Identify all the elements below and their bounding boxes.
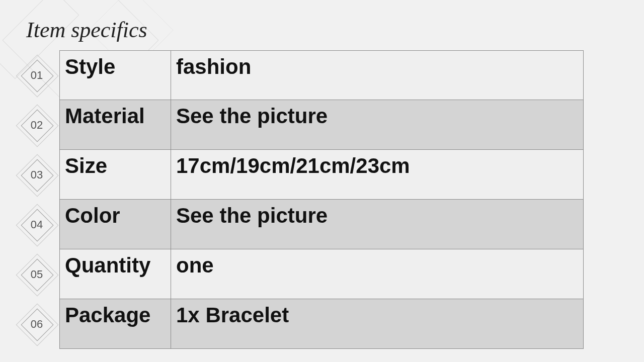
row-number-badge: 05 [14,249,59,299]
diamond-icon: 03 [25,163,48,187]
spec-value: See the picture [171,100,584,150]
row-number: 05 [31,268,43,281]
row-number-badge: 06 [14,299,59,349]
specifics-table: 01 Style fashion 02 Material See the pic… [14,50,584,349]
spec-value: 17cm/19cm/21cm/23cm [171,150,584,200]
table-row: 01 Style fashion [14,50,584,100]
diamond-icon: 01 [25,64,48,87]
row-number: 03 [31,168,43,182]
spec-value: one [171,249,584,299]
spec-key: Material [59,100,171,150]
row-number: 04 [31,218,43,231]
page-title: Item specifics [26,17,147,43]
spec-value: fashion [171,50,584,100]
spec-key: Package [59,299,171,349]
row-number: 02 [31,119,43,132]
row-number-badge: 04 [14,200,59,249]
table-row: 03 Size 17cm/19cm/21cm/23cm [14,150,584,200]
row-number-badge: 02 [14,100,59,150]
table-row: 04 Color See the picture [14,200,584,249]
table-row: 02 Material See the picture [14,100,584,150]
diamond-icon: 05 [25,263,48,286]
row-number: 06 [31,318,43,331]
table-row: 06 Package 1x Bracelet [14,299,584,349]
spec-value: 1x Bracelet [171,299,584,349]
row-number-badge: 03 [14,150,59,200]
spec-key: Size [59,150,171,200]
table-row: 05 Quantity one [14,249,584,299]
spec-value: See the picture [171,200,584,249]
spec-key: Style [59,50,171,100]
row-number-badge: 01 [14,50,59,100]
row-number: 01 [31,69,43,82]
diamond-icon: 02 [25,114,48,137]
spec-key: Color [59,200,171,249]
diamond-icon: 04 [25,213,48,236]
diamond-icon: 06 [25,313,48,336]
spec-key: Quantity [59,249,171,299]
